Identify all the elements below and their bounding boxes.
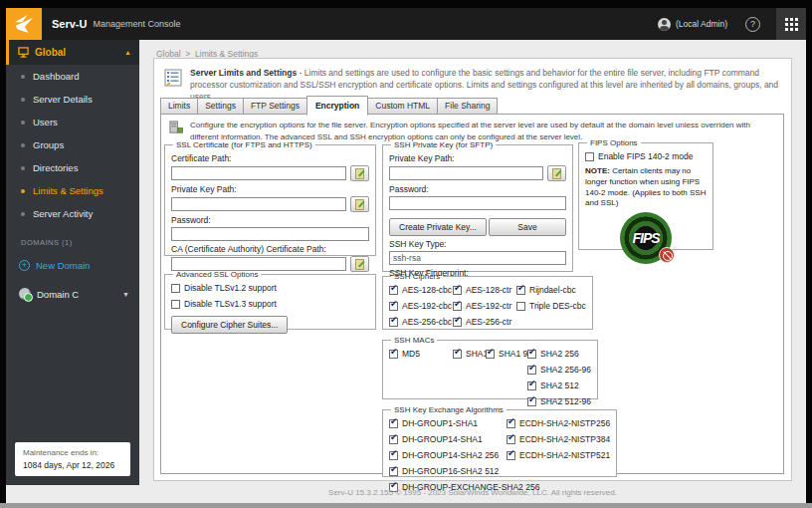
ssl-private-key-path-input[interactable] [171, 197, 346, 211]
ssh-password-input[interactable] [389, 196, 566, 210]
sidebar-item-global[interactable]: Global ▲ [6, 40, 139, 65]
checkbox[interactable] [453, 318, 462, 327]
maintenance-line2: 1084 days, Apr 12, 2026 [23, 460, 122, 470]
checkbox-option[interactable]: Disable TLSv1.2 support [171, 283, 277, 293]
checkbox-option[interactable]: ECDH-SHA2-NISTP384 [507, 434, 610, 444]
checkbox-option[interactable]: SHA1 96 [486, 349, 527, 359]
checkbox[interactable] [527, 381, 536, 390]
checkbox[interactable] [389, 467, 398, 476]
servu-logo[interactable] [6, 8, 42, 40]
content-card: Server Limits and Settings - Limits and … [153, 58, 792, 481]
checkbox-option[interactable]: Enable FIPS 140-2 mode [585, 151, 693, 161]
fips-options-legend: FIPS Options [587, 138, 641, 147]
sidebar-item-directories[interactable]: Directories [6, 156, 139, 179]
ssh-key-type-label: SSH Key Type: [389, 239, 566, 249]
tab-encryption[interactable]: Encryption [306, 96, 368, 116]
checkbox-option[interactable]: SHA1 [453, 349, 486, 359]
sidebar-item-groups[interactable]: Groups [6, 133, 139, 156]
checkbox[interactable] [389, 350, 398, 359]
checkbox[interactable] [453, 286, 462, 295]
checkbox-option[interactable]: AES-128-ctr [453, 285, 516, 295]
ssl-password-input[interactable] [171, 227, 369, 241]
checkbox-option[interactable]: AES-192-cbc [389, 301, 453, 311]
configure-cipher-suites-button[interactable]: Configure Cipher Suites... [171, 316, 288, 334]
ssh-macs-legend: SSH MACs [391, 336, 437, 345]
browse-ssh-key-button[interactable] [547, 165, 566, 181]
domain-label: Domain C [37, 289, 79, 300]
ssh-private-key-path-label: Private Key Path: [389, 153, 566, 163]
checkbox-option[interactable]: Disable TLSv1.3 support [171, 299, 277, 309]
advanced-ssl-options-group: Advanced SSL Options Disable TLSv1.2 sup… [164, 270, 376, 330]
certificate-path-input[interactable] [171, 166, 346, 180]
ssh-save-button[interactable]: Save [489, 218, 566, 236]
checkbox-option[interactable]: DH-GROUP14-SHA2 256 [389, 450, 507, 460]
checkbox[interactable] [486, 350, 495, 359]
sidebar-item-server-activity[interactable]: Server Activity [6, 202, 139, 225]
checkbox[interactable] [453, 302, 462, 311]
checkbox-option[interactable]: ECDH-SHA2-NISTP256 [507, 418, 610, 428]
tab-custom-html[interactable]: Custom HTML [368, 98, 437, 115]
certificate-path-label: Certificate Path: [171, 153, 369, 163]
checkbox[interactable] [389, 451, 398, 460]
checkbox[interactable] [507, 435, 515, 444]
browse-certificate-button[interactable] [350, 165, 369, 181]
tab-limits[interactable]: Limits [160, 98, 197, 115]
checkbox-option[interactable]: SHA2 512 [527, 381, 591, 390]
checkbox-label: DH-GROUP14-SHA1 [402, 434, 483, 444]
checkbox[interactable] [527, 350, 536, 359]
checkbox[interactable] [389, 302, 398, 311]
ssh-password-label: Password: [389, 184, 566, 194]
checkbox[interactable] [516, 302, 525, 311]
fips-restricted-badge-icon [659, 247, 675, 263]
checkbox[interactable] [585, 152, 594, 161]
checkbox[interactable] [389, 286, 398, 295]
sidebar-item-domain-c[interactable]: Domain C ▼ [6, 280, 139, 308]
checkbox-label: ECDH-SHA2-NISTP384 [519, 434, 610, 444]
checkbox-label: Triple DES-cbc [529, 301, 586, 311]
checkbox-option[interactable]: DH-GROUP16-SHA2 512 [389, 466, 507, 476]
checkbox[interactable] [171, 300, 180, 309]
checkbox-option[interactable]: AES-256-ctr [453, 317, 516, 327]
sidebar-item-server-details[interactable]: Server Details [6, 88, 139, 111]
help-button[interactable]: ? [745, 17, 760, 32]
browse-private-key-button[interactable] [350, 196, 369, 212]
ssh-private-key-path-input[interactable] [389, 166, 543, 180]
apps-grid-button[interactable] [776, 8, 806, 40]
checkbox-option[interactable]: MD5 [389, 349, 453, 359]
checkbox[interactable] [527, 366, 536, 375]
checkbox[interactable] [507, 451, 515, 460]
checkbox[interactable] [453, 350, 462, 359]
tab-ftp-settings[interactable]: FTP Settings [243, 98, 306, 115]
tab-file-sharing[interactable]: File Sharing [437, 98, 498, 115]
checkbox[interactable] [516, 286, 525, 295]
sidebar-item-label: Groups [33, 139, 64, 150]
new-domain-button[interactable]: + New Domain [6, 251, 139, 280]
checkbox[interactable] [507, 419, 515, 428]
checkbox-option[interactable]: SHA2 256-96 [527, 365, 591, 375]
create-private-key-button[interactable]: Create Private Key... [389, 218, 487, 236]
checkbox-option[interactable]: ECDH-SHA2-NISTP521 [507, 450, 610, 460]
ssh-key-exchange-legend: SSH Key Exchange Algorithms [391, 405, 507, 414]
sidebar-item-users[interactable]: Users [6, 111, 139, 133]
tab-settings[interactable]: Settings [197, 98, 243, 115]
checkbox[interactable] [389, 435, 398, 444]
checkbox[interactable] [389, 318, 398, 327]
checkbox[interactable] [389, 419, 398, 428]
sidebar-item-dashboard[interactable]: Dashboard [6, 65, 139, 88]
checkbox-option[interactable]: Rijndael-cbc [516, 285, 586, 295]
sidebar-item-limits-settings[interactable]: Limits & Settings [6, 179, 139, 202]
checkbox-option[interactable]: SHA2 256 [527, 349, 591, 359]
checkbox-option[interactable]: Triple DES-cbc [516, 301, 586, 311]
checkbox[interactable] [171, 284, 180, 293]
file-browse-icon [355, 199, 365, 210]
checkbox-option[interactable]: AES-128-cbc [389, 285, 453, 295]
ssh-key-exchange-group: SSH Key Exchange Algorithms DH-GROUP1-SH… [382, 405, 617, 477]
user-menu[interactable]: (Local Admin) [658, 18, 727, 31]
checkbox-option[interactable]: DH-GROUP1-SHA1 [389, 418, 507, 428]
checkbox-option[interactable]: AES-256-cbc [389, 317, 453, 327]
checkbox-option[interactable]: AES-192-ctr [453, 301, 516, 311]
ca-certificate-path-input[interactable] [171, 257, 346, 271]
domain-globe-icon [19, 288, 31, 300]
checkbox-option[interactable]: DH-GROUP14-SHA1 [389, 434, 507, 444]
sidebar-item-label: Server Activity [33, 208, 93, 219]
